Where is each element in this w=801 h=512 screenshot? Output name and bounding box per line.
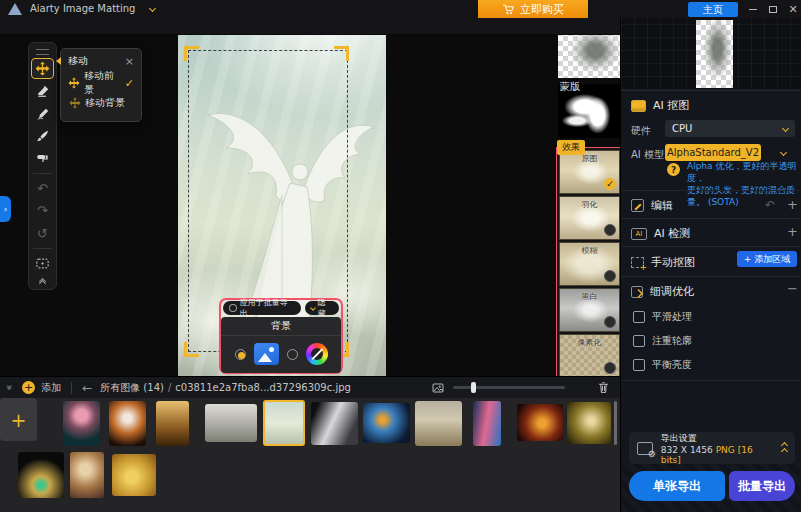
- tool-panel-grip[interactable]: [36, 49, 49, 50]
- export-preview-thumbnail[interactable]: [696, 20, 733, 88]
- maximize-button[interactable]: [766, 2, 780, 16]
- home-button[interactable]: 主页: [688, 2, 738, 17]
- ai-model-label: AI 模型: [631, 148, 664, 162]
- add-image-label[interactable]: 添加: [41, 381, 61, 395]
- trash-icon[interactable]: [597, 381, 610, 394]
- background-popup-title: 背景: [221, 319, 341, 336]
- tool-panel: ↶ ↷ ↺: [28, 42, 57, 290]
- chevron-down-icon: [782, 125, 789, 132]
- edit-add-icon[interactable]: +: [787, 197, 798, 212]
- export-single-button[interactable]: 单张导出: [629, 471, 725, 501]
- buy-now-button[interactable]: 立即购买: [478, 0, 588, 18]
- contour-checkbox-row[interactable]: 注重轮廓: [633, 334, 692, 348]
- thumbnail-woman-portrait[interactable]: [70, 452, 104, 498]
- panel-expand-handle[interactable]: ›: [0, 196, 11, 222]
- add-image-icon[interactable]: +: [22, 381, 35, 394]
- eraser-tool-button[interactable]: [31, 81, 54, 102]
- thumbnail-blue-jellyfish[interactable]: [363, 403, 410, 443]
- thumbnail-pink-jellyfish[interactable]: [63, 401, 100, 446]
- effects-tab[interactable]: 效果: [557, 140, 585, 155]
- filmstrip-scrollbar[interactable]: [614, 401, 617, 445]
- marquee-tool-button[interactable]: [31, 253, 54, 274]
- effect-blur[interactable]: 模糊: [559, 242, 620, 286]
- ai-detect-icon: AI: [631, 228, 647, 240]
- brush-tool-button[interactable]: [31, 126, 54, 147]
- collapse-toolbar-button[interactable]: [31, 275, 54, 288]
- image-background-radio[interactable]: [235, 349, 246, 360]
- refine-section-header[interactable]: 细调优化: [631, 284, 694, 299]
- contour-checkbox[interactable]: [633, 335, 645, 347]
- thumbnail-angel-selected[interactable]: [263, 400, 305, 446]
- thumbnail-emerald-necklace[interactable]: [18, 452, 64, 498]
- edit-undo-icon[interactable]: ↶: [765, 198, 775, 212]
- move-background-option[interactable]: 移动背景: [68, 93, 134, 113]
- effect-feather[interactable]: 羽化: [559, 196, 620, 240]
- move-popup-title: 移动: [68, 54, 88, 68]
- app-menu-chevron-icon[interactable]: [149, 5, 156, 12]
- thumbnail-size-slider[interactable]: [453, 386, 565, 389]
- smooth-checkbox-row[interactable]: 平滑处理: [633, 310, 692, 324]
- hide-popup-button[interactable]: 隐藏: [305, 301, 339, 315]
- export-settings-card[interactable]: 导出设置 832 X 1456 PNG [16 bits]: [629, 432, 795, 464]
- brightness-checkbox-row[interactable]: 平衡亮度: [633, 358, 692, 372]
- selection-corner-bottom-left[interactable]: [184, 342, 199, 357]
- smooth-checkbox[interactable]: [633, 311, 645, 323]
- ai-matting-section-header[interactable]: AI 抠图: [631, 98, 689, 113]
- close-button[interactable]: ✕: [786, 2, 800, 16]
- thumbnail-neon-woman[interactable]: [473, 401, 501, 446]
- add-region-button[interactable]: + 添加区域: [737, 251, 797, 267]
- model-chevron-icon[interactable]: [780, 149, 787, 156]
- color-wheel-picker[interactable]: [306, 343, 328, 365]
- hardware-dropdown[interactable]: CPU: [665, 120, 795, 137]
- minimize-button[interactable]: [746, 2, 760, 16]
- apply-batch-export-option[interactable]: 应用于批量导出: [223, 301, 301, 315]
- back-arrow-icon[interactable]: ←: [82, 381, 92, 395]
- collapse-filmstrip-icon[interactable]: »: [4, 384, 15, 390]
- ai-detect-section-header[interactable]: AI AI 检测: [631, 226, 690, 241]
- export-batch-button[interactable]: 批量导出: [729, 471, 795, 501]
- selection-corner-top-left[interactable]: [184, 46, 199, 61]
- thumbnail-fox-creature[interactable]: [109, 401, 146, 446]
- apply-batch-radio[interactable]: [229, 304, 237, 312]
- pen-tool-button[interactable]: [31, 103, 54, 124]
- thumbnail-llamas[interactable]: [415, 401, 462, 446]
- thumbnail-white-horse[interactable]: [205, 404, 257, 442]
- undo-button[interactable]: ↶: [31, 178, 54, 199]
- thumbnail-fire-scene[interactable]: [517, 404, 563, 441]
- move-foreground-option[interactable]: 移动前景 ✓: [68, 73, 134, 93]
- effect-blackwhite[interactable]: 黑白: [559, 288, 620, 332]
- reset-history-button[interactable]: ↺: [31, 223, 54, 244]
- double-chevron-up-icon[interactable]: [782, 443, 787, 454]
- redo-button[interactable]: ↷: [31, 201, 54, 222]
- add-image-tile[interactable]: +: [0, 398, 37, 441]
- color-background-radio[interactable]: [287, 349, 298, 360]
- thumbnail-spider-web[interactable]: [567, 402, 611, 444]
- image-background-swatch[interactable]: [254, 343, 279, 365]
- manual-matting-section-header[interactable]: 手动抠图: [631, 255, 695, 270]
- breadcrumb-all-images[interactable]: 所有图像 (14): [100, 381, 164, 395]
- export-format: PNG: [716, 445, 735, 455]
- brightness-checkbox[interactable]: [633, 359, 645, 371]
- selection-corner-top-right[interactable]: [334, 46, 349, 61]
- export-size: 832 X 1456: [661, 445, 713, 455]
- thumbnail-golden-cat[interactable]: [112, 454, 156, 496]
- popup-arrow: [56, 57, 61, 65]
- refine-collapse-icon[interactable]: −: [787, 281, 798, 296]
- ai-model-dropdown[interactable]: AlphaStandard_V2: [665, 144, 761, 161]
- rgba-channel-thumbnail[interactable]: [558, 31, 622, 78]
- effect-original[interactable]: 原图 ✓: [559, 150, 620, 194]
- ai-detect-add-icon[interactable]: +: [787, 224, 798, 239]
- help-icon[interactable]: ?: [667, 163, 680, 176]
- model-description: Alpha 优化，更好的半透明度， 更好的头发，更好的混合质量。 (SOTA): [687, 160, 799, 208]
- move-popup: 移动 × 移动前景 ✓ 移动背景: [60, 48, 142, 122]
- effect-pixelate[interactable]: 像素化: [559, 334, 620, 378]
- close-icon[interactable]: ×: [125, 55, 134, 68]
- roller-tool-button[interactable]: [31, 148, 54, 169]
- slider-thumb[interactable]: [471, 382, 476, 393]
- check-icon: ✓: [125, 77, 134, 90]
- thumbnail-white-fabric[interactable]: [311, 402, 358, 445]
- cart-icon: [502, 3, 515, 16]
- move-tool-button[interactable]: [31, 58, 54, 79]
- edit-section-header[interactable]: 编辑: [631, 198, 673, 213]
- thumbnail-golden-woman[interactable]: [156, 401, 189, 446]
